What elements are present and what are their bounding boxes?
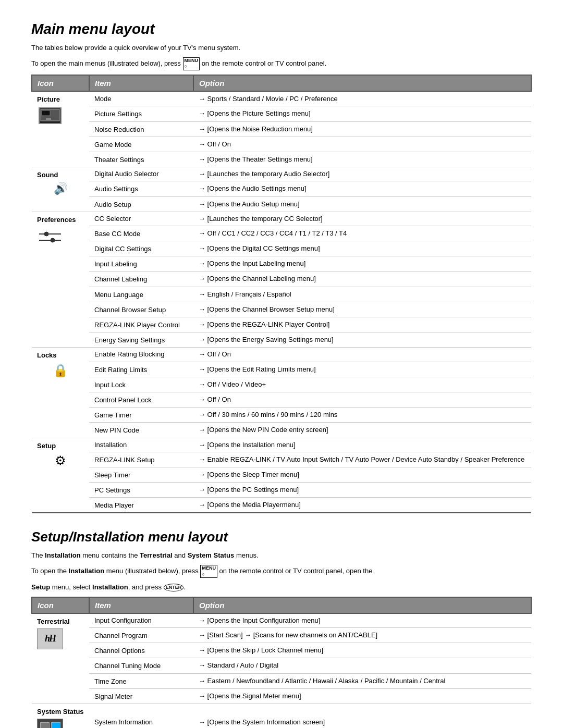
table-row: Menu Language → English / Français / Esp… [32, 287, 531, 302]
option-system-information: → [Opens the System Information screen] [193, 704, 531, 728]
option-noise-reduction: → [Opens the Noise Reduction menu] [193, 121, 531, 137]
item-game-mode: Game Mode [89, 137, 193, 152]
main-menu-table: Icon Item Option Picture Mode → Sports / [31, 75, 532, 514]
table-row: System Status System Information → [Open… [32, 704, 531, 728]
icon-cell-picture: Picture [32, 91, 89, 167]
system-status-icon [37, 719, 63, 728]
item-energy-saving: Energy Saving Settings [89, 332, 193, 348]
option-new-pin-code: → [Opens the New PIN Code entry screen] [193, 423, 531, 438]
table-row: Media Player → [Opens the Media Playerme… [32, 498, 531, 513]
item-base-cc-mode: Base CC Mode [89, 226, 193, 241]
table-row: Picture Settings → [Opens the Picture Se… [32, 106, 531, 121]
table-row: REGZA-LINK Setup → Enable REGZA-LINK / T… [32, 452, 531, 467]
table-row: Sleep Timer → [Opens the Sleep Timer men… [32, 467, 531, 482]
item-input-configuration: Input Configuration [89, 613, 193, 628]
icon-cell-terrestrial: Terrestrial hH [32, 613, 89, 704]
table-row: Preferences CC Selector → [Launches the … [32, 212, 531, 226]
option-regza-link-setup: → Enable REGZA-LINK / TV Auto Input Swit… [193, 452, 531, 467]
setup-intro-1: The Installation menu contains the Terre… [31, 550, 532, 561]
setup-intro-2: To open the Installation menu (illustrat… [31, 565, 532, 578]
item-pc-settings: PC Settings [89, 483, 193, 498]
item-new-pin-code: New PIN Code [89, 423, 193, 438]
option-cc-selector: → [Launches the temporary CC Selector] [193, 212, 531, 226]
icon-cell-system-status: System Status [32, 704, 89, 728]
table-row: Time Zone → Eastern / Newfoundland / Atl… [32, 673, 531, 688]
svg-rect-3 [46, 118, 51, 120]
table-row: PC Settings → [Opens the PC Settings men… [32, 483, 531, 498]
table-row: Channel Program → [Start Scan] → [Scans … [32, 628, 531, 643]
table-row: Digital CC Settings → [Opens the Digital… [32, 241, 531, 256]
item-game-timer: Game Timer [89, 408, 193, 423]
item-control-panel-lock: Control Panel Lock [89, 392, 193, 407]
option-channel-options: → [Opens the Skip / Lock Channel menu] [193, 643, 531, 658]
sys-icon-block-1 [40, 722, 50, 728]
item-mode: Mode [89, 91, 193, 106]
main-title: Main menu layout [31, 21, 532, 38]
table-row: Input Labeling → [Opens the Input Labeli… [32, 256, 531, 272]
option-mode: → Sports / Standard / Movie / PC / Prefe… [193, 91, 531, 106]
section-label-setup: Setup [37, 442, 56, 450]
table-row: Signal Meter → [Opens the Signal Meter m… [32, 688, 531, 704]
table-row: REGZA-LINK Player Control → [Opens the R… [32, 317, 531, 332]
option-channel-tuning-mode: → Standard / Auto / Digital [193, 658, 531, 673]
item-edit-rating-limits: Edit Rating Limits [89, 362, 193, 377]
table-row: Terrestrial hH Input Configuration → [Op… [32, 613, 531, 628]
table-row: Audio Settings → [Opens the Audio Settin… [32, 181, 531, 196]
installation-bold-2: Installation [69, 567, 105, 575]
option-picture-settings: → [Opens the Picture Settings menu] [193, 106, 531, 121]
main-table-header-option: Option [193, 75, 531, 91]
item-regza-link-player: REGZA-LINK Player Control [89, 317, 193, 332]
option-edit-rating-limits: → [Opens the Edit Rating Limits menu] [193, 362, 531, 377]
item-regza-link-setup: REGZA-LINK Setup [89, 452, 193, 467]
table-row: Edit Rating Limits → [Opens the Edit Rat… [32, 362, 531, 377]
setup-menu-table: Icon Item Option Terrestrial hH Input Co… [31, 597, 532, 728]
option-audio-settings: → [Opens the Audio Settings menu] [193, 181, 531, 196]
item-enable-rating-blocking: Enable Rating Blocking [89, 348, 193, 362]
option-input-lock: → Off / Video / Video+ [193, 377, 531, 392]
sound-icon: 🔊 [37, 181, 84, 197]
option-media-player: → [Opens the Media Playermenu] [193, 498, 531, 513]
item-channel-labeling: Channel Labeling [89, 272, 193, 287]
table-row: Channel Labeling → [Opens the Channel La… [32, 272, 531, 287]
item-audio-setup: Audio Setup [89, 196, 193, 212]
sys-icon-block-2 [51, 722, 60, 728]
item-sleep-timer: Sleep Timer [89, 467, 193, 482]
option-signal-meter: → [Opens the Signal Meter menu] [193, 688, 531, 704]
section-label-terrestrial: Terrestrial [37, 618, 70, 625]
option-regza-link-player: → [Opens the REGZA-LINK Player Control] [193, 317, 531, 332]
section-label-sound: Sound [37, 171, 58, 179]
table-row: Picture Mode → Sports / Standard / Movie… [32, 91, 531, 106]
option-audio-setup: → [Opens the Audio Setup menu] [193, 196, 531, 212]
item-channel-browser-setup: Channel Browser Setup [89, 302, 193, 317]
item-media-player: Media Player [89, 498, 193, 513]
option-input-labeling: → [Opens the Input Labeling menu] [193, 256, 531, 272]
item-input-labeling: Input Labeling [89, 256, 193, 272]
icon-cell-preferences: Preferences [32, 212, 89, 348]
table-row: Game Mode → Off / On [32, 137, 531, 152]
icon-cell-locks: Locks 🔒 [32, 348, 89, 438]
item-digital-cc-settings: Digital CC Settings [89, 241, 193, 256]
intro2-text: To open the main menus (illustrated belo… [31, 59, 181, 67]
item-channel-program: Channel Program [89, 628, 193, 643]
table-row: Input Lock → Off / Video / Video+ [32, 377, 531, 392]
option-sleep-timer: → [Opens the Sleep Timer menu] [193, 467, 531, 482]
table-row: Channel Options → [Opens the Skip / Lock… [32, 643, 531, 658]
item-system-information: System Information [89, 704, 193, 728]
main-table-header-item: Item [89, 75, 193, 91]
item-time-zone: Time Zone [89, 673, 193, 688]
intro-paragraph-1: The tables below provide a quick overvie… [31, 43, 532, 53]
option-base-cc-mode: → Off / CC1 / CC2 / CC3 / CC4 / T1 / T2 … [193, 226, 531, 241]
table-row: Energy Saving Settings → [Opens the Ener… [32, 332, 531, 348]
lock-icon: 🔒 [37, 362, 84, 379]
option-theater-settings: → [Opens the Theater Settings menu] [193, 152, 531, 167]
preferences-icon [37, 227, 63, 250]
section-label-locks: Locks [37, 351, 57, 359]
table-row: Channel Browser Setup → [Opens the Chann… [32, 302, 531, 317]
option-installation: → [Opens the Installation menu] [193, 438, 531, 452]
intro2-rest: on the remote control or TV control pane… [202, 59, 327, 67]
section-label-system-status: System Status [37, 708, 84, 715]
item-signal-meter: Signal Meter [89, 688, 193, 704]
table-row: Control Panel Lock → Off / On [32, 392, 531, 407]
option-input-configuration: → [Opens the Input Configuration menu] [193, 613, 531, 628]
table-row: Base CC Mode → Off / CC1 / CC2 / CC3 / C… [32, 226, 531, 241]
